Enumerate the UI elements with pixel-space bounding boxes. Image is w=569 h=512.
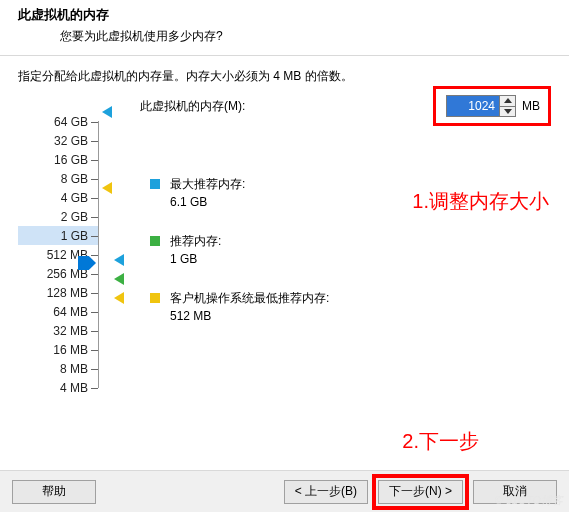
tick-icon bbox=[91, 350, 98, 351]
tick-icon bbox=[91, 274, 98, 275]
tick-icon bbox=[91, 122, 98, 123]
svg-marker-0 bbox=[504, 98, 512, 103]
ruler-tick-label: 4 MB bbox=[42, 381, 88, 395]
instruction-text: 指定分配给此虚拟机的内存量。内存大小必须为 4 MB 的倍数。 bbox=[18, 68, 551, 85]
min-outer-marker-icon bbox=[100, 182, 112, 194]
tick-icon bbox=[91, 236, 98, 237]
ruler-tick-label: 8 MB bbox=[42, 362, 88, 376]
ruler-tick[interactable]: 32 MB bbox=[18, 321, 98, 340]
memory-input-highlight: MB bbox=[433, 86, 551, 126]
legend-min-label: 客户机操作系统最低推荐内存: bbox=[170, 290, 329, 307]
memory-label: 此虚拟机的内存(M): bbox=[140, 98, 245, 115]
legend-max: 最大推荐内存: 6.1 GB bbox=[150, 176, 329, 209]
rec-marker-icon bbox=[112, 273, 124, 285]
help-button[interactable]: 帮助 bbox=[12, 480, 96, 504]
cancel-button[interactable]: 取消 bbox=[473, 480, 557, 504]
legend-rec-label: 推荐内存: bbox=[170, 233, 221, 250]
ruler-tick-label: 8 GB bbox=[42, 172, 88, 186]
spin-up-icon[interactable] bbox=[500, 96, 515, 107]
ruler-tick[interactable]: 16 GB bbox=[18, 150, 98, 169]
tick-icon bbox=[91, 388, 98, 389]
min-marker-icon bbox=[112, 292, 124, 304]
legend: 最大推荐内存: 6.1 GB 推荐内存: 1 GB 客户机操作系统最低推荐内存:… bbox=[150, 176, 329, 347]
tick-icon bbox=[91, 331, 98, 332]
legend-rec-value: 1 GB bbox=[170, 252, 221, 266]
square-blue-icon bbox=[150, 179, 160, 189]
page-title: 此虚拟机的内存 bbox=[18, 6, 551, 24]
annotation-2: 2.下一步 bbox=[402, 428, 479, 455]
max-marker-icon bbox=[100, 106, 112, 118]
ruler-tick[interactable]: 4 MB bbox=[18, 378, 98, 397]
legend-min-value: 512 MB bbox=[170, 309, 329, 323]
tick-icon bbox=[91, 198, 98, 199]
ruler-tick[interactable]: 8 MB bbox=[18, 359, 98, 378]
memory-ruler[interactable]: 64 GB32 GB16 GB8 GB4 GB2 GB1 GB512 MB256… bbox=[18, 112, 98, 397]
ruler-tick-label: 2 GB bbox=[42, 210, 88, 224]
legend-max-value: 6.1 GB bbox=[170, 195, 245, 209]
ruler-tick-label: 32 MB bbox=[42, 324, 88, 338]
ruler-tick-label: 64 MB bbox=[42, 305, 88, 319]
ruler-tick[interactable]: 4 GB bbox=[18, 188, 98, 207]
tick-icon bbox=[91, 179, 98, 180]
page-subtitle: 您要为此虚拟机使用多少内存? bbox=[18, 28, 551, 45]
next-button[interactable]: 下一步(N) > bbox=[378, 480, 463, 504]
legend-min: 客户机操作系统最低推荐内存: 512 MB bbox=[150, 290, 329, 323]
next-button-highlight: 下一步(N) > bbox=[372, 474, 469, 510]
square-yellow-icon bbox=[150, 293, 160, 303]
ruler-tick-label: 4 GB bbox=[42, 191, 88, 205]
memory-spinbox[interactable] bbox=[446, 95, 516, 117]
ruler-tick[interactable]: 32 GB bbox=[18, 131, 98, 150]
ruler-tick[interactable]: 2 GB bbox=[18, 207, 98, 226]
tick-icon bbox=[91, 217, 98, 218]
ruler-tick-label: 1 GB bbox=[42, 229, 88, 243]
tick-icon bbox=[91, 312, 98, 313]
tick-icon bbox=[91, 293, 98, 294]
ruler-tick[interactable]: 16 MB bbox=[18, 340, 98, 359]
ruler-tick-label: 128 MB bbox=[42, 286, 88, 300]
tick-icon bbox=[91, 141, 98, 142]
annotation-1: 1.调整内存大小 bbox=[412, 188, 549, 215]
square-green-icon bbox=[150, 236, 160, 246]
legend-rec: 推荐内存: 1 GB bbox=[150, 233, 329, 266]
ruler-track bbox=[98, 121, 99, 388]
ruler-tick-label: 16 MB bbox=[42, 343, 88, 357]
spin-down-icon[interactable] bbox=[500, 107, 515, 117]
ruler-tick[interactable]: 8 GB bbox=[18, 169, 98, 188]
ruler-tick[interactable]: 64 MB bbox=[18, 302, 98, 321]
footer: 帮助 < 上一步(B) 下一步(N) > 取消 bbox=[0, 470, 569, 512]
memory-input[interactable] bbox=[447, 96, 499, 116]
ruler-tick-label: 16 GB bbox=[42, 153, 88, 167]
tick-icon bbox=[91, 369, 98, 370]
tick-icon bbox=[91, 160, 98, 161]
tick-icon bbox=[91, 255, 98, 256]
svg-marker-1 bbox=[504, 109, 512, 114]
ruler-tick[interactable]: 1 GB bbox=[18, 226, 98, 245]
ruler-tick[interactable]: 64 GB bbox=[18, 112, 98, 131]
back-button[interactable]: < 上一步(B) bbox=[284, 480, 368, 504]
ruler-tick-label: 32 GB bbox=[42, 134, 88, 148]
ruler-tick-label: 64 GB bbox=[42, 115, 88, 129]
legend-max-label: 最大推荐内存: bbox=[170, 176, 245, 193]
memory-unit: MB bbox=[522, 99, 540, 113]
ruler-tick[interactable]: 128 MB bbox=[18, 283, 98, 302]
max-inner-marker-icon bbox=[112, 254, 124, 266]
